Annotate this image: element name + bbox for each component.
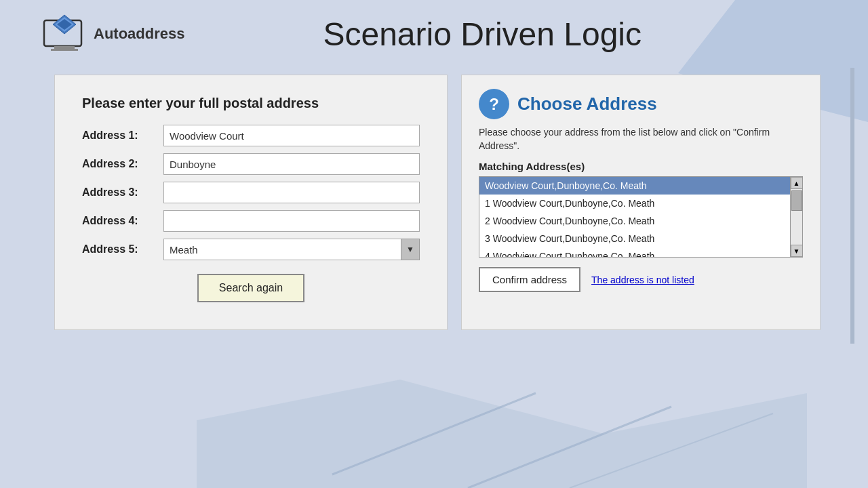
scroll-thumb [791, 190, 802, 211]
svg-rect-5 [54, 46, 75, 49]
autoaddress-logo-icon [41, 14, 88, 54]
confirm-address-button[interactable]: Confirm address [479, 267, 580, 292]
main-content: Please enter your full postal address Ad… [14, 68, 854, 344]
not-listed-link[interactable]: The address is not listed [591, 274, 694, 285]
search-again-button[interactable]: Search again [197, 274, 304, 302]
address5-row: Address 5: Meath Dublin Cork Galway Lime… [82, 239, 420, 260]
matching-addresses-label: Matching Address(es) [479, 161, 803, 172]
address-list: Woodview Court,Dunboyne,Co. Meath 1 Wood… [479, 177, 790, 257]
question-icon: ? [479, 89, 509, 119]
page-title: Scenario Driven Logic [184, 16, 780, 53]
confirm-row: Confirm address The address is not liste… [479, 267, 803, 292]
scroll-track [791, 189, 802, 245]
scroll-up-button[interactable]: ▲ [791, 177, 803, 189]
address2-input[interactable] [163, 153, 420, 175]
address5-select-wrapper: Meath Dublin Cork Galway Limerick ▼ [163, 239, 420, 260]
address1-row: Address 1: [82, 125, 420, 146]
address1-label: Address 1: [82, 129, 163, 142]
address2-label: Address 2: [82, 158, 163, 170]
right-border-decoration [850, 68, 854, 344]
choose-address-description: Please choose your address from the list… [479, 126, 803, 152]
logo-text: Autoaddress [94, 25, 184, 43]
address3-row: Address 3: [82, 182, 420, 203]
address4-row: Address 4: [82, 210, 420, 232]
form-title: Please enter your full postal address [82, 96, 420, 111]
address-list-item[interactable]: 2 Woodview Court,Dunboyne,Co. Meath [479, 212, 790, 230]
address-list-item[interactable]: 4 Woodview Court,Dunboyne,Co. Meath [479, 247, 790, 257]
logo-area: Autoaddress [41, 14, 184, 54]
address4-input[interactable] [163, 210, 420, 232]
svg-rect-6 [51, 49, 78, 51]
section-divider [448, 75, 461, 330]
choose-address-title: Choose Address [517, 94, 657, 115]
scroll-down-button[interactable]: ▼ [791, 245, 803, 257]
bg-decoration-bottom [136, 352, 868, 488]
address5-label: Address 5: [82, 243, 163, 256]
address5-select[interactable]: Meath Dublin Cork Galway Limerick [163, 239, 420, 260]
address3-label: Address 3: [82, 186, 163, 199]
search-button-row: Search again [82, 274, 420, 302]
choose-address-panel: ? Choose Address Please choose your addr… [461, 75, 821, 330]
address-list-item[interactable]: 1 Woodview Court,Dunboyne,Co. Meath [479, 195, 790, 212]
choose-address-header: ? Choose Address [479, 89, 803, 119]
address3-input[interactable] [163, 182, 420, 203]
address-list-item[interactable]: 3 Woodview Court,Dunboyne,Co. Meath [479, 230, 790, 247]
address-list-item[interactable]: Woodview Court,Dunboyne,Co. Meath [479, 177, 790, 195]
address2-row: Address 2: [82, 153, 420, 175]
header: Autoaddress Scenario Driven Logic [0, 0, 868, 68]
svg-marker-0 [197, 380, 807, 488]
address1-input[interactable] [163, 125, 420, 146]
form-panel: Please enter your full postal address Ad… [54, 75, 448, 330]
address-list-scrollbar[interactable]: ▲ ▼ [790, 177, 802, 257]
address4-label: Address 4: [82, 215, 163, 227]
address-list-container: Woodview Court,Dunboyne,Co. Meath 1 Wood… [479, 176, 803, 258]
